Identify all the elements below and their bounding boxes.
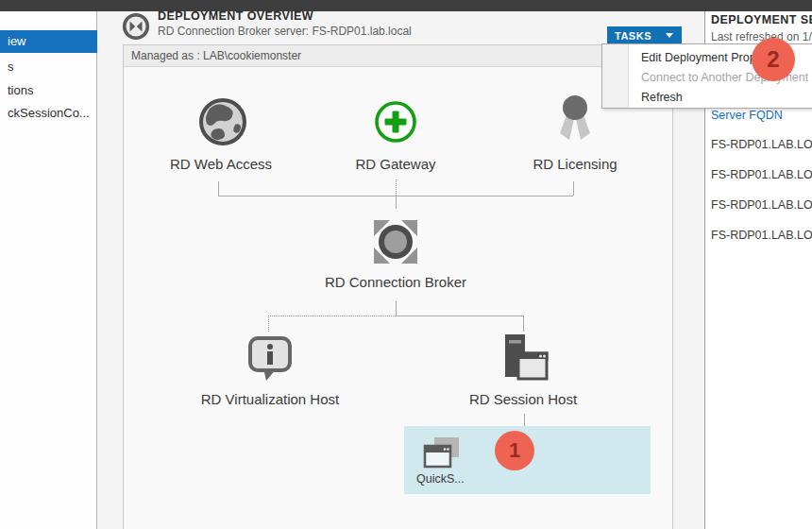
sidebar-item-quicksessioncollection[interactable]: ckSessionCo... <box>0 102 97 125</box>
connector-line <box>523 316 524 332</box>
rd-virtualization-host-icon[interactable] <box>245 333 295 386</box>
connector-line <box>396 316 523 316</box>
rd-web-access-icon[interactable] <box>196 97 249 150</box>
server-row[interactable]: FS-RDP01.LAB.LOCAL <box>711 198 812 212</box>
rd-gateway-add-icon[interactable] <box>374 100 417 147</box>
tasks-button-label: TASKS <box>615 30 651 42</box>
server-row[interactable]: FS-RDP01.LAB.LOCAL <box>711 168 812 181</box>
collection-label: QuickS... <box>416 472 465 486</box>
server-row[interactable]: FS-RDP01.LAB.LOCAL <box>711 229 812 242</box>
connector-line-dotted <box>396 179 397 196</box>
node-label-virtualization-host: RD Virtualization Host <box>185 391 355 407</box>
deployment-overview-icon <box>122 12 150 41</box>
column-header-server-fqdn[interactable]: Server FQDN <box>711 109 783 122</box>
panel-title: DEPLOYMENT OVERVIEW <box>158 9 313 23</box>
node-label-licensing: RD Licensing <box>490 156 660 172</box>
sidebar-item-label: s <box>8 60 14 74</box>
servers-panel-title: DEPLOYMENT SERVERS <box>711 13 812 26</box>
server-manager-screen: iew s tions ckSessionCo... DEPLOYMENT OV… <box>0 0 812 529</box>
sidebar-item-label: iew <box>8 34 26 48</box>
connector-line-dotted <box>268 316 269 332</box>
sidebar-item-overview[interactable]: iew <box>0 30 97 53</box>
rd-licensing-icon[interactable] <box>554 94 596 151</box>
server-row[interactable]: FS-RDP01.LAB.LOCAL <box>711 138 812 151</box>
sidebar-item-label: ckSessionCo... <box>8 106 90 120</box>
node-label-web-access: RD Web Access <box>136 156 306 172</box>
menu-icon-gutter <box>602 44 629 108</box>
node-label-session-host: RD Session Host <box>438 391 608 407</box>
connector-line <box>218 181 219 196</box>
sidebar-item-collections[interactable]: tions <box>0 79 97 102</box>
sidebar-item-label: tions <box>8 83 33 97</box>
node-label-connection-broker: RD Connection Broker <box>311 274 481 290</box>
annotation-badge-2: 2 <box>752 38 795 81</box>
menu-item-refresh[interactable]: Refresh <box>630 88 812 108</box>
panel-subtitle: RD Connection Broker server: FS-RDP01.la… <box>158 25 412 38</box>
connector-line <box>524 414 525 426</box>
rd-connection-broker-icon[interactable] <box>367 213 424 274</box>
window-top-bar <box>0 0 812 11</box>
connector-line <box>396 196 397 209</box>
connector-line-dotted <box>268 316 396 316</box>
connector-line <box>573 181 574 196</box>
connector-line <box>396 301 397 316</box>
rd-session-host-icon[interactable] <box>497 333 550 390</box>
managed-as-bar: Managed as : LAB\cookiemonster <box>124 45 672 67</box>
annotation-badge-1: 1 <box>495 431 534 470</box>
collection-windows-icon <box>423 435 461 475</box>
deployment-diagram-panel: Managed as : LAB\cookiemonster <box>123 44 673 529</box>
tasks-button[interactable]: TASKS <box>607 26 682 44</box>
rds-sidebar: iew s tions ckSessionCo... <box>0 11 97 529</box>
sidebar-item-servers[interactable]: s <box>0 56 97 78</box>
chevron-down-icon <box>666 33 673 38</box>
node-label-gateway: RD Gateway <box>311 156 481 172</box>
